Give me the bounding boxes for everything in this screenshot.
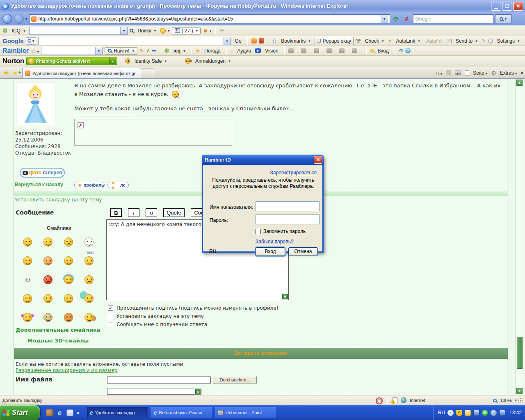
tray-network-icon[interactable] bbox=[473, 410, 479, 416]
rambler-spellcheck-icon[interactable]: ✓ bbox=[146, 48, 150, 53]
history-dropdown[interactable]: ▾ bbox=[25, 17, 27, 21]
rambler-tool-icon-3[interactable] bbox=[314, 48, 319, 53]
close-button[interactable]: ✕ bbox=[513, 2, 523, 11]
rambler-edit-icon[interactable]: ✎ bbox=[139, 48, 144, 54]
attachment-select[interactable]: ▲ bbox=[107, 388, 201, 395]
phishing-dropdown[interactable]: ▾ bbox=[109, 58, 116, 64]
scroll-up-arrow[interactable]: ▲ bbox=[516, 80, 523, 86]
icq-status-button[interactable]: ☻ bbox=[203, 27, 211, 34]
rambler-icq-button[interactable]: icq bbox=[171, 47, 187, 55]
back-button[interactable]: ← bbox=[2, 14, 12, 24]
scroll-thumb[interactable] bbox=[517, 337, 523, 369]
seite-menu-button[interactable]: Seite bbox=[473, 70, 487, 76]
password-input[interactable] bbox=[256, 215, 320, 224]
popup-blocked-icon[interactable] bbox=[376, 397, 382, 403]
rambler-favorites-star[interactable]: ☆ bbox=[31, 48, 39, 54]
page-scrollbar[interactable]: ▲ ▼ bbox=[516, 79, 523, 395]
toolbar-overflow-button[interactable]: » bbox=[520, 70, 523, 76]
profile-button[interactable]: ☻ профиль bbox=[74, 182, 105, 188]
minimize-button[interactable]: ▁ bbox=[491, 2, 501, 11]
icq-message-counter[interactable]: ( 27 ) bbox=[172, 27, 201, 34]
tray-security-shield-icon[interactable] bbox=[456, 410, 462, 416]
language-indicator[interactable]: RU bbox=[438, 410, 445, 415]
wink-smiley[interactable] bbox=[64, 256, 73, 265]
google-check-button[interactable]: Check bbox=[363, 37, 386, 45]
photo-gallery-button[interactable]: фотогалерея bbox=[20, 168, 65, 178]
tray-collapse-chevron[interactable]: ‹ bbox=[447, 410, 454, 416]
sad-smiley[interactable] bbox=[84, 275, 94, 284]
task-forum-window[interactable]: e Удобство закладур... bbox=[87, 407, 148, 418]
flower-girl-smiley[interactable] bbox=[23, 313, 32, 322]
task-picasa-window[interactable]: e Веб-альбомы Picasa ... bbox=[151, 407, 212, 418]
dialog-close-button[interactable]: ✕ bbox=[314, 156, 322, 164]
rambler-tool-icon-6[interactable] bbox=[352, 48, 357, 53]
feather-icon[interactable]: ✒ bbox=[219, 27, 225, 34]
icq-emoticon-icon[interactable] bbox=[160, 28, 166, 34]
address-field[interactable]: http://forum.hobbyportal.ru/viewtopic.ph… bbox=[29, 14, 390, 23]
extras-menu-button[interactable]: Extras bbox=[500, 70, 517, 76]
rambler-help-icon[interactable]: ? bbox=[405, 48, 411, 53]
confused-smiley[interactable] bbox=[64, 237, 73, 247]
browse-button[interactable]: Durchsuchen... bbox=[213, 376, 257, 383]
quicklaunch-icq-icon[interactable] bbox=[46, 409, 53, 416]
add-favorite-icon[interactable]: ★ bbox=[11, 69, 22, 78]
rambler-login-button[interactable]: Вход bbox=[376, 47, 391, 55]
icq-emoticon-dropdown[interactable]: ▾ bbox=[168, 29, 170, 33]
url-text[interactable]: http://forum.hobbyportal.ru/viewtopic.ph… bbox=[39, 16, 379, 22]
cancel-button[interactable]: Отмена bbox=[288, 247, 318, 256]
print-button[interactable] bbox=[455, 71, 461, 75]
start-button[interactable]: Start bbox=[0, 405, 40, 420]
google-sendto-button[interactable]: Send to bbox=[454, 37, 479, 45]
bold-button[interactable]: B bbox=[110, 208, 122, 217]
favorites-center-icon[interactable]: ★ bbox=[2, 69, 11, 78]
teeth-smiley[interactable] bbox=[23, 256, 32, 265]
eyes-smiley[interactable] bbox=[25, 278, 30, 282]
quicklaunch-overflow[interactable]: » bbox=[77, 410, 80, 415]
username-input[interactable] bbox=[256, 201, 320, 211]
icq-menu-button[interactable]: ICQ bbox=[10, 27, 27, 34]
login-button[interactable]: Вход bbox=[256, 247, 285, 256]
tray-globe-icon[interactable] bbox=[491, 410, 497, 416]
pm-button[interactable]: ☻☻ лс bbox=[107, 182, 129, 188]
rambler-tool-icon-1[interactable] bbox=[288, 48, 294, 53]
drink-smiley[interactable] bbox=[64, 313, 73, 322]
refresh-button[interactable]: ⟳ bbox=[392, 14, 401, 23]
set-bookmark-link[interactable]: Установить закладку на эту тему bbox=[15, 197, 102, 203]
blush-smiley[interactable] bbox=[43, 256, 52, 265]
search-box[interactable]: Google bbox=[413, 14, 493, 23]
tray-antivirus-icon[interactable]: @ bbox=[482, 410, 488, 416]
thumbs-up-smiley[interactable] bbox=[23, 294, 32, 303]
grin-smiley[interactable] bbox=[23, 237, 32, 247]
attach-signature-checkbox[interactable] bbox=[108, 306, 113, 311]
home-button[interactable]: ⌂ bbox=[436, 69, 443, 76]
google-sitesearch-icon[interactable] bbox=[251, 38, 257, 43]
zoom-dropdown[interactable]: ▾ bbox=[515, 398, 517, 402]
task-paint-window[interactable]: Unbenannt - Paint bbox=[215, 407, 276, 418]
stop-button[interactable]: ✗ bbox=[402, 14, 411, 23]
rambler-weather-button[interactable]: Погода bbox=[202, 47, 223, 55]
highlighter-icon[interactable]: ✎ bbox=[482, 38, 486, 44]
identity-safe-button[interactable]: Identity Safe bbox=[132, 57, 169, 65]
icq-search-input[interactable]: ▾ bbox=[29, 27, 128, 35]
rambler-translate-icon[interactable]: ➦ bbox=[152, 48, 156, 54]
content-smiley[interactable] bbox=[43, 294, 52, 303]
smile-smiley[interactable] bbox=[43, 237, 52, 247]
extensions-link[interactable]: Разрешенные расширения и их размер bbox=[16, 368, 117, 373]
popup-blocker-button[interactable]: ❏ Popups okay bbox=[315, 37, 354, 45]
back-to-top-link[interactable]: Вернуться к началу bbox=[15, 182, 63, 187]
textarea-scroll-down-arrow[interactable]: ▼ bbox=[282, 294, 288, 299]
forward-button[interactable]: → bbox=[14, 14, 24, 24]
google-go-button[interactable]: Go bbox=[233, 37, 244, 45]
page-warning-icon[interactable] bbox=[393, 397, 397, 403]
tray-notes-icon[interactable] bbox=[465, 410, 471, 416]
filename-input[interactable] bbox=[107, 377, 211, 383]
quicklaunch-ie-icon[interactable]: e bbox=[56, 409, 63, 416]
clap-smiley[interactable] bbox=[43, 313, 52, 322]
angry-smiley[interactable] bbox=[43, 275, 52, 284]
icq-search-button[interactable]: Поиск bbox=[135, 27, 158, 34]
halo-smiley[interactable] bbox=[64, 294, 73, 303]
quicklaunch-desktop-icon[interactable] bbox=[66, 409, 73, 416]
google-autolink-button[interactable]: AutoLink bbox=[394, 37, 422, 45]
underline-button[interactable]: u bbox=[146, 208, 157, 217]
google-search-input[interactable]: ▾ bbox=[38, 37, 231, 45]
